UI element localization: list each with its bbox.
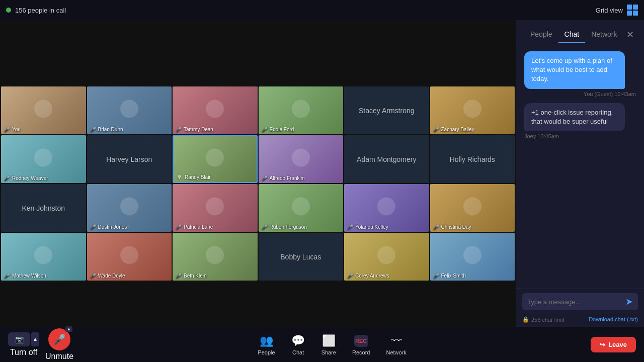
bottom-bar: 📷 ▲ Turn off 🎤 ▲ Unmute 👥 People 💬 Chat [0,327,644,362]
participant-name-text: Tammy Dean [184,127,213,132]
leave-button[interactable]: ↪ Leave [591,337,636,352]
participant-name: 🎤Zachary Bailey [433,126,474,132]
video-tile[interactable]: 🎤Patricia Lane [173,184,258,232]
participant-name: 🎤Yolanda Kelley [347,224,388,230]
char-limit-info: 🔒 256 char limit [522,316,564,323]
mic-muted-icon: 🎤 [347,273,353,279]
share-icon: ⬜ [321,334,336,348]
participant-name: 🎤Brian Dunn [90,126,123,132]
video-tile[interactable]: Stacey Armstrong [344,86,429,134]
video-tile[interactable]: 🎤You [1,86,86,134]
turn-off-label: Turn off [10,348,37,357]
grid-view-label: Grid view [596,7,623,14]
video-tile[interactable]: Ken Johnston [1,184,86,232]
unmute-caret-icon[interactable]: ▲ [65,326,72,332]
lock-icon: 🔒 [522,316,529,323]
chat-area: Let's come up with a plan of what would … [516,43,644,327]
video-tile[interactable]: Holly Richards [430,135,515,183]
video-tile[interactable]: 🎤Zachary Bailey [430,86,515,134]
active-indicator [6,8,11,13]
mic-muted-icon: 🎤 [176,273,182,279]
panel-close-button[interactable]: ✕ [624,27,636,42]
chat-label: Chat [292,349,304,355]
bottom-center-controls: 👥 People 💬 Chat ⬜ Share REC Record 〰 Net… [254,332,410,357]
video-caret-button[interactable]: ▲ [31,332,39,346]
download-chat-link[interactable]: Download chat (.txt) [589,316,638,323]
video-tile[interactable]: 🎤Corey Andrews [344,233,429,281]
participant-name-text: Wade Doyle [98,273,125,279]
participant-name-centered: Stacey Armstrong [344,86,429,134]
mic-muted-icon: 🎤 [433,273,439,279]
chat-input-area: ➤ [516,289,644,314]
participant-name-text: Eddie Ford [270,127,294,132]
send-message-button[interactable]: ➤ [625,296,633,307]
participant-name: 🎤Alfredo Franklin [262,175,305,181]
share-label: Share [321,349,336,355]
call-info-area: 156 people in call [6,7,66,14]
participant-name-text: Randy Blair [185,174,211,180]
tab-people[interactable]: People [524,26,558,43]
video-camera-icon: 📷 [8,332,30,346]
video-tile[interactable]: 🎤Tammy Dean [173,86,258,134]
participant-name: 🎤You [4,126,21,132]
video-tile[interactable]: 🎤Felix Smith [430,233,515,281]
video-tile[interactable]: 🎤Rodney Weaver [1,135,86,183]
participant-name: 🎤Rodney Weaver [4,175,48,181]
participant-name-text: Mathew Wilson [12,273,46,279]
participant-name-text: Christina Day [441,224,471,230]
video-tile[interactable]: 🎤Christina Day [430,184,515,232]
bottom-left-controls: 📷 ▲ Turn off 🎤 ▲ Unmute [8,328,73,361]
video-tile[interactable]: 🎤Alfredo Franklin [259,135,344,183]
tab-network[interactable]: Network [585,26,623,43]
participant-name: 🎤Eddie Ford [262,126,294,132]
video-spacer [0,20,516,85]
chat-input-row: ➤ [522,293,638,310]
video-tile[interactable]: 🎙Randy Blair [173,135,258,183]
video-tile[interactable]: Adam Montgomery [344,135,429,183]
unmute-button[interactable]: 🎤 ▲ Unmute [45,328,73,361]
video-tile[interactable]: 🎤Brian Dunn [87,86,172,134]
video-tile[interactable]: 🎤Wade Doyle [87,233,172,281]
participant-name-centered: Adam Montgomery [344,135,429,183]
video-tile[interactable]: 🎤Beth Klein [173,233,258,281]
participant-name: 🎤Corey Andrews [347,273,389,279]
main-content: 🎤You🎤Brian Dunn🎤Tammy Dean🎤Eddie FordSta… [0,20,644,327]
participant-name-text: Patricia Lane [184,224,213,230]
chat-button[interactable]: 💬 Chat [287,332,309,357]
mic-muted-icon: 🎤 [90,273,96,279]
video-tile[interactable]: 🎤Yolanda Kelley [344,184,429,232]
record-button[interactable]: REC Record [348,332,374,357]
mic-muted-icon: 🎤 [433,224,439,230]
participant-name: 🎤Patricia Lane [176,224,213,230]
video-tile[interactable]: 🎤Dustin Jones [87,184,172,232]
tab-chat[interactable]: Chat [558,26,586,43]
video-tile[interactable]: Bobby Lucas [259,233,344,281]
call-participant-count: 156 people in call [15,7,66,14]
participant-name: 🎤Tammy Dean [176,126,213,132]
participant-name: 🎤Christina Day [433,224,471,230]
message-meta-self: You (Guest) 10:43am [524,91,636,97]
video-tile[interactable]: 🎤Mathew Wilson [1,233,86,281]
message-bubble-other: +1 one-click issue reporting, that would… [524,103,625,131]
grid-view-icon [627,5,638,16]
video-tile[interactable]: 🎤Eddie Ford [259,86,344,134]
network-button[interactable]: 〰 Network [382,332,410,357]
chat-message-input[interactable] [527,298,621,306]
record-icon: REC [354,334,368,348]
chat-messages: Let's come up with a plan of what would … [516,43,644,289]
participant-name-text: Felix Smith [441,273,466,279]
participant-name-centered: Ken Johnston [1,184,86,232]
grid-view-toggle[interactable]: Grid view [596,5,638,16]
participant-name-text: Zachary Bailey [441,127,474,132]
turn-off-video-button[interactable]: 📷 ▲ Turn off [8,332,39,357]
people-button[interactable]: 👥 People [254,332,279,357]
participant-name-text: Beth Klein [184,273,207,279]
video-tile[interactable]: Harvey Larson [87,135,172,183]
video-tile[interactable]: 🎤Ruben Ferguson [259,184,344,232]
mic-muted-icon: 🎤 [262,224,268,230]
message-self: Let's come up with a plan of what would … [524,51,636,97]
share-button[interactable]: ⬜ Share [317,332,340,357]
participant-name-centered: Harvey Larson [87,135,172,183]
mic-muted-icon: 🎤 [90,224,96,230]
participant-name: 🎤Felix Smith [433,273,466,279]
